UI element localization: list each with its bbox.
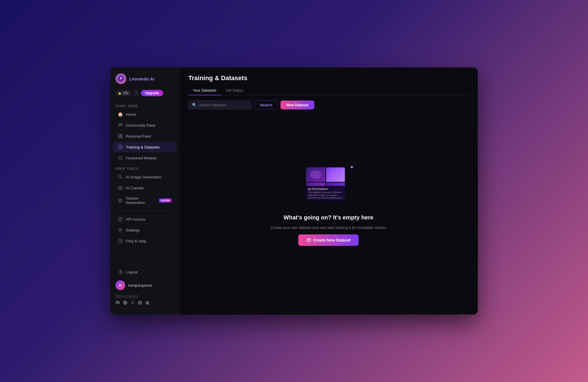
- search-input[interactable]: [199, 103, 248, 107]
- user-name: harajukuplums: [128, 283, 152, 288]
- dataset-caption: My First Dataset This dataset comprises …: [305, 186, 346, 201]
- sidebar-item-ai-image-generation[interactable]: AI Image Generation: [113, 172, 177, 182]
- svg-point-2: [119, 124, 120, 125]
- svg-rect-7: [121, 136, 122, 138]
- logo-text: Leonardo.Ai: [129, 76, 154, 81]
- sidebar: Leonardo.Ai ◆ 150 ? Upgrade Start Here 🏠…: [110, 67, 179, 315]
- logout-label: Logout: [126, 270, 138, 274]
- logout-icon: [118, 269, 123, 275]
- sidebar-item-home[interactable]: 🏠 Home: [113, 109, 177, 119]
- empty-state: ✦ My First Dataset This dataset comprise: [179, 109, 478, 315]
- sidebar-item-community-label: Community Feed: [126, 123, 155, 128]
- sidebar-item-logout[interactable]: Logout: [113, 267, 177, 277]
- create-btn-label: Create New Dataset: [313, 238, 351, 242]
- svg-rect-6: [118, 136, 120, 138]
- terms-row: Terms of service: [110, 293, 179, 299]
- models-icon: [118, 155, 123, 161]
- sidebar-item-texture-generation[interactable]: Texture Generation ALPHA: [113, 194, 177, 207]
- sidebar-item-api-access[interactable]: API Access: [113, 214, 177, 224]
- dataset-grid: My First Dataset This dataset comprises …: [305, 167, 346, 201]
- texture-icon: [118, 198, 123, 203]
- canvas-icon: [118, 185, 123, 190]
- credits-badge: ◆ 150: [115, 90, 131, 96]
- sparkle-icon: ✦: [349, 164, 354, 171]
- discord-icon[interactable]: [115, 300, 120, 306]
- sidebar-item-ai-canvas[interactable]: AI Canvas: [113, 183, 177, 193]
- logo-avatar: [115, 73, 126, 84]
- svg-point-21: [308, 240, 309, 241]
- settings-icon: [118, 227, 123, 233]
- ai-image-icon: [118, 174, 123, 180]
- grid-cell-2: [326, 167, 345, 182]
- api-icon: [118, 217, 123, 222]
- sidebar-item-training-datasets[interactable]: Training & Datasets: [113, 142, 177, 152]
- sidebar-item-home-label: Home: [126, 112, 136, 117]
- social-row: r/: [110, 299, 179, 309]
- home-icon: 🏠: [118, 112, 123, 117]
- sidebar-item-community-feed[interactable]: Community Feed: [113, 120, 177, 130]
- svg-point-1: [120, 78, 122, 79]
- sidebar-item-texture-label: Texture Generation: [126, 196, 155, 205]
- sidebar-item-finetuned-models[interactable]: Finetuned Models: [113, 153, 177, 163]
- credits-icon: ◆: [118, 91, 121, 95]
- search-button[interactable]: Search: [254, 101, 278, 109]
- sidebar-item-settings[interactable]: Settings: [113, 225, 177, 235]
- main-content: Training & Datasets Your Datasets Job St…: [179, 67, 478, 315]
- sidebar-item-finetuned-label: Finetuned Models: [126, 156, 156, 160]
- main-header: Training & Datasets Your Datasets Job St…: [179, 67, 478, 95]
- user-tools-label: User Tools: [110, 165, 179, 171]
- help-icon[interactable]: ?: [134, 90, 139, 96]
- grid-icon: [118, 134, 123, 139]
- sidebar-logo: Leonardo.Ai: [110, 73, 179, 89]
- grid-cell-1: [306, 167, 325, 182]
- twitter-icon[interactable]: [130, 300, 135, 306]
- user-avatar: H: [115, 280, 125, 290]
- reddit-icon[interactable]: r/: [123, 300, 127, 306]
- svg-point-14: [118, 217, 122, 221]
- upgrade-button[interactable]: Upgrade: [141, 90, 163, 96]
- svg-rect-4: [118, 134, 120, 136]
- app-window: Leonardo.Ai ◆ 150 ? Upgrade Start Here 🏠…: [110, 67, 478, 315]
- svg-text:?: ?: [120, 240, 121, 243]
- toolbar-row: 🔍 Search New Dataset: [179, 95, 478, 109]
- empty-title: What's going on? It's empty here: [284, 214, 374, 221]
- tabs-row: Your Datasets Job Status: [188, 86, 469, 95]
- credits-row: ◆ 150 ? Upgrade: [110, 89, 179, 101]
- facebook-icon[interactable]: [138, 300, 142, 306]
- tab-your-datasets[interactable]: Your Datasets: [188, 86, 221, 95]
- terms-label[interactable]: Terms of service: [115, 294, 138, 298]
- svg-marker-9: [119, 156, 122, 160]
- sidebar-item-training-label: Training & Datasets: [126, 145, 160, 149]
- svg-rect-5: [121, 134, 122, 136]
- sidebar-item-faq[interactable]: ? FAQ & Help: [113, 236, 177, 246]
- search-wrapper: 🔍: [188, 101, 252, 109]
- dataset-preview-title: My First Dataset: [308, 188, 343, 190]
- apple-icon[interactable]: [145, 300, 150, 306]
- search-icon: 🔍: [192, 103, 197, 107]
- sidebar-item-canvas-label: AI Canvas: [126, 186, 144, 190]
- start-here-label: Start Here: [110, 102, 179, 109]
- new-dataset-button[interactable]: New Dataset: [281, 101, 314, 109]
- svg-point-15: [120, 229, 121, 231]
- tab-job-status[interactable]: Job Status: [221, 86, 247, 95]
- svg-rect-11: [118, 186, 122, 189]
- training-icon: [118, 144, 123, 150]
- alpha-badge: ALPHA: [159, 198, 171, 202]
- faq-icon: ?: [118, 238, 123, 244]
- svg-point-12: [120, 187, 121, 189]
- sidebar-item-personal-feed[interactable]: Personal Feed: [113, 131, 177, 141]
- sidebar-item-settings-label: Settings: [126, 228, 140, 232]
- dataset-preview-desc: This dataset comprises a diverse collect…: [308, 191, 343, 199]
- credits-value: 150: [123, 91, 128, 95]
- svg-point-13: [119, 199, 122, 202]
- sidebar-item-ai-image-label: AI Image Generation: [126, 175, 162, 179]
- community-icon: [118, 123, 123, 128]
- sidebar-item-personal-label: Personal Feed: [126, 134, 151, 138]
- create-dataset-icon: [306, 238, 311, 242]
- dataset-illustration: ✦ My First Dataset This dataset comprise: [305, 167, 351, 210]
- sidebar-item-api-label: API Access: [126, 217, 145, 221]
- page-title: Training & Datasets: [188, 74, 469, 82]
- svg-point-3: [120, 124, 122, 125]
- svg-text:r/: r/: [124, 302, 125, 304]
- create-new-dataset-button[interactable]: Create New Dataset: [298, 234, 359, 246]
